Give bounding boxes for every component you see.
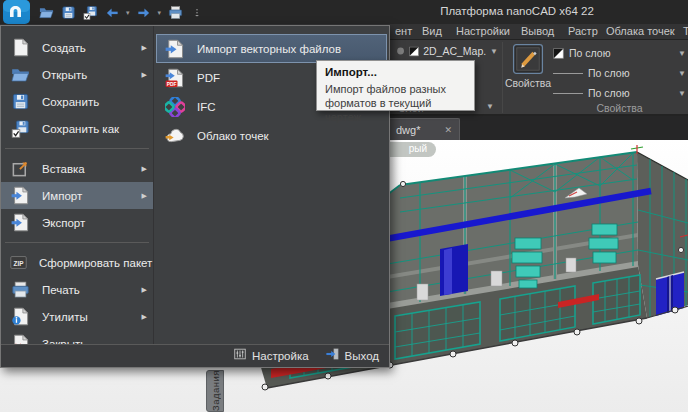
file-menu-item-save-as[interactable]: Сохранить как xyxy=(1,115,153,142)
property-row-value: По слою xyxy=(588,87,630,99)
property-row-0[interactable]: По слою▼ xyxy=(553,43,686,63)
layer-swatch-icon xyxy=(409,46,419,57)
linetype-preview xyxy=(553,73,583,74)
file-menu-item-label: Вставка xyxy=(42,163,85,175)
exit-button[interactable]: Выход xyxy=(325,347,379,365)
tooltip-body-line2: форматов в текущий чертеж xyxy=(325,96,466,124)
import-pdf-icon: PDF xyxy=(163,67,187,89)
window-title: Платформа nanoCAD x64 22 xyxy=(346,5,688,17)
submenu-item-label: Облако точек xyxy=(197,130,269,142)
submenu-item-label: Импорт векторных файлов xyxy=(197,43,341,55)
file-menu-item-utilities[interactable]: Утилиты▶ xyxy=(1,303,153,330)
chevron-down-icon: ▼ xyxy=(678,49,686,58)
svg-text:ZIP: ZIP xyxy=(14,260,25,267)
exit-button-label: Выход xyxy=(345,350,379,362)
file-menu-item-label: Сохранить xyxy=(42,96,99,108)
save-icon xyxy=(9,92,31,112)
tasks-panel-tab[interactable]: Задания xyxy=(206,370,224,412)
file-menu-item-label: Сохранить как xyxy=(42,123,119,135)
submenu-item-point-cloud[interactable]: Облако точек xyxy=(156,121,387,150)
toolbar-options-icon[interactable] xyxy=(189,4,205,20)
linetype-preview xyxy=(553,93,583,94)
app-menu-button[interactable] xyxy=(2,0,31,24)
insert-icon xyxy=(9,159,31,179)
settings-button-label: Настройка xyxy=(252,350,309,362)
submenu-arrow-icon: ▶ xyxy=(142,165,147,173)
settings-icon xyxy=(233,347,247,365)
menubar-item[interactable]: Т xyxy=(683,25,688,37)
layer-select[interactable]: 2D_AC_Map... ▼ xyxy=(396,43,498,59)
layer-state-icon xyxy=(396,46,405,56)
nanocad-window: ▾▾ Платформа nanoCAD x64 22 ентВидНастро… xyxy=(0,0,688,412)
menubar-item[interactable]: Вывод xyxy=(521,25,554,37)
svg-text:PDF: PDF xyxy=(167,81,177,86)
submenu-item-label: PDF xyxy=(197,72,220,84)
settings-button[interactable]: Настройка xyxy=(233,347,309,365)
ribbon-panel-separator xyxy=(502,42,503,113)
pencil-box-icon xyxy=(512,43,544,75)
tasks-panel-tab-label: Задания xyxy=(210,370,221,411)
properties-button[interactable]: Свойства xyxy=(507,43,549,103)
undo-icon[interactable] xyxy=(104,4,120,20)
new-file-icon xyxy=(9,38,31,58)
file-menu-item-save[interactable]: Сохранить xyxy=(1,88,153,115)
close-tab-icon[interactable]: ✕ xyxy=(444,125,452,135)
print-icon[interactable] xyxy=(167,4,183,20)
file-menu-item-print[interactable]: Печать▶ xyxy=(1,276,153,303)
file-menu-item-label: Создать xyxy=(42,42,86,54)
undo-dropdown-icon[interactable]: ▾ xyxy=(126,9,130,16)
submenu-arrow-icon: ▶ xyxy=(142,286,147,294)
open-folder-icon xyxy=(9,65,31,85)
file-menu-items: Создать▶Открыть▶СохранитьСохранить какВс… xyxy=(1,26,153,367)
layer-select-value: 2D_AC_Map... xyxy=(423,45,486,57)
menubar-item[interactable]: Растр xyxy=(568,25,598,37)
import-ifc-icon xyxy=(163,96,187,118)
import-vector-icon xyxy=(163,38,187,60)
file-menu-item-label: Утилиты xyxy=(42,311,88,323)
file-menu-footer: Настройка Выход xyxy=(1,344,389,367)
menubar-item[interactable]: Вид xyxy=(422,25,442,37)
file-menu-item-export[interactable]: Экспорт xyxy=(1,209,153,236)
redo-dropdown-icon[interactable]: ▾ xyxy=(158,9,162,16)
file-menu-item-label: Открыть xyxy=(42,69,87,81)
color-swatch-icon xyxy=(553,48,564,59)
zip-icon: ZIP xyxy=(9,253,28,273)
open-folder-icon[interactable] xyxy=(38,4,54,20)
panel-expand-icon[interactable]: ▼ xyxy=(486,102,494,114)
import-tooltip: Импорт... Импорт файлов разных форматов … xyxy=(316,60,475,111)
file-menu-item-label: Импорт xyxy=(42,190,82,202)
property-row-2[interactable]: По слою▼ xyxy=(553,83,686,103)
file-menu-item-label: Сформировать пакет xyxy=(39,257,152,269)
submenu-item-import-vector[interactable]: Импорт векторных файлов xyxy=(156,34,387,63)
menu-separator xyxy=(5,242,149,243)
exit-icon xyxy=(325,347,340,365)
file-menu-item-insert[interactable]: Вставка▶ xyxy=(1,155,153,182)
utilities-icon xyxy=(9,307,31,327)
menubar-item[interactable]: ент xyxy=(395,25,412,37)
menu-separator xyxy=(5,148,149,149)
submenu-item-label: IFC xyxy=(197,101,216,113)
submenu-arrow-icon: ▶ xyxy=(142,44,147,52)
save-icon[interactable] xyxy=(60,4,76,20)
file-menu-item-zip[interactable]: ZIPСформировать пакет xyxy=(1,249,153,276)
file-menu-item-open-folder[interactable]: Открыть▶ xyxy=(1,61,153,88)
titlebar: ▾▾ Платформа nanoCAD x64 22 xyxy=(0,0,688,24)
file-menu-item-new-file[interactable]: Создать▶ xyxy=(1,34,153,61)
save-as-icon[interactable] xyxy=(82,4,98,20)
menubar-item[interactable]: Настройки xyxy=(456,25,510,37)
point-cloud-icon xyxy=(163,125,187,147)
submenu-arrow-icon: ▶ xyxy=(142,71,147,79)
redo-icon[interactable] xyxy=(136,4,152,20)
submenu-arrow-icon: ▶ xyxy=(142,313,147,321)
print-icon xyxy=(9,280,31,300)
document-tab-label: dwg* xyxy=(396,124,420,136)
chevron-down-icon: ▼ xyxy=(678,89,686,98)
chevron-down-icon: ▼ xyxy=(678,69,686,78)
menubar-item[interactable]: Облака точек xyxy=(606,25,675,37)
property-row-1[interactable]: По слою▼ xyxy=(553,63,686,83)
property-row-value: По слою xyxy=(569,47,611,59)
import-icon xyxy=(9,186,31,206)
file-menu-item-import[interactable]: Импорт▶ xyxy=(1,182,153,209)
file-menu-item-label: Печать xyxy=(42,284,80,296)
nanocad-logo-icon xyxy=(2,0,31,24)
